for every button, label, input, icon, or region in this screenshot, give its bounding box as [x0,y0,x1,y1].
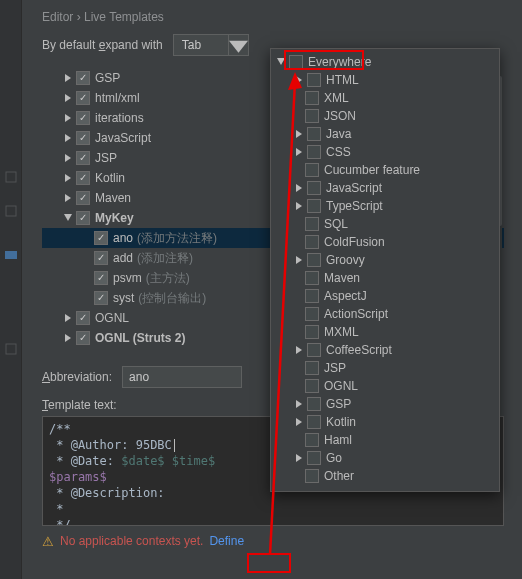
tree-node-label: GSP [95,71,120,85]
context-checkbox[interactable] [307,397,321,411]
context-item[interactable]: HTML [271,71,499,89]
tree-checkbox[interactable] [76,191,90,205]
expand-triangle-icon[interactable] [293,74,305,86]
context-checkbox[interactable] [305,307,319,321]
tree-checkbox[interactable] [76,151,90,165]
expand-triangle-icon[interactable] [293,398,305,410]
context-checkbox[interactable] [305,379,319,393]
context-item[interactable]: MXML [271,323,499,341]
rail-icon-3[interactable] [4,248,18,262]
context-item[interactable]: Cucumber feature [271,161,499,179]
rail-icon-1[interactable] [4,170,18,184]
context-checkbox[interactable] [305,235,319,249]
tree-checkbox[interactable] [76,71,90,85]
expand-triangle-icon[interactable] [62,332,74,344]
context-checkbox[interactable] [305,361,319,375]
chevron-down-icon[interactable] [229,34,249,56]
context-checkbox[interactable] [289,55,303,69]
context-checkbox[interactable] [305,271,319,285]
context-item[interactable]: JavaScript [271,179,499,197]
context-checkbox[interactable] [305,433,319,447]
rail-icon-4[interactable] [4,342,18,356]
expand-triangle-icon[interactable] [62,172,74,184]
expand-triangle-icon[interactable] [62,72,74,84]
context-item[interactable]: OGNL [271,377,499,395]
expand-triangle-icon[interactable] [62,132,74,144]
tree-checkbox[interactable] [94,291,108,305]
expand-with-value[interactable]: Tab [173,34,229,56]
context-checkbox[interactable] [307,199,321,213]
svg-marker-14 [65,334,71,342]
svg-rect-1 [6,206,16,216]
tree-checkbox[interactable] [76,91,90,105]
context-item[interactable]: Kotlin [271,413,499,431]
contexts-popup[interactable]: Everywhere HTMLXMLJSONJavaCSSCucumber fe… [270,48,500,492]
context-checkbox[interactable] [307,127,321,141]
context-checkbox[interactable] [307,73,321,87]
rail-icon-2[interactable] [4,204,18,218]
context-checkbox[interactable] [305,325,319,339]
context-item[interactable]: JSP [271,359,499,377]
context-item[interactable]: ActionScript [271,305,499,323]
tree-checkbox[interactable] [94,251,108,265]
expand-triangle-icon[interactable] [62,192,74,204]
context-item[interactable]: Maven [271,269,499,287]
context-item[interactable]: CoffeeScript [271,341,499,359]
tree-node-label: JavaScript [95,131,151,145]
abbreviation-input[interactable] [122,366,242,388]
context-checkbox[interactable] [307,415,321,429]
expand-triangle-icon[interactable] [293,146,305,158]
context-item[interactable]: XML [271,89,499,107]
tree-checkbox[interactable] [76,211,90,225]
expand-triangle-icon[interactable] [62,312,74,324]
context-item[interactable]: SQL [271,215,499,233]
tree-checkbox[interactable] [76,111,90,125]
context-checkbox[interactable] [307,343,321,357]
expand-triangle-icon[interactable] [293,128,305,140]
tree-checkbox[interactable] [76,311,90,325]
expand-triangle-icon[interactable] [293,182,305,194]
context-item[interactable]: Other [271,467,499,485]
tree-checkbox[interactable] [76,171,90,185]
expand-triangle-icon[interactable] [62,152,74,164]
tree-checkbox[interactable] [76,131,90,145]
context-item[interactable]: Go [271,449,499,467]
context-checkbox[interactable] [305,217,319,231]
context-checkbox[interactable] [305,163,319,177]
context-item[interactable]: Haml [271,431,499,449]
expand-triangle-icon[interactable] [293,452,305,464]
svg-marker-15 [277,58,285,65]
expand-triangle-open-icon[interactable] [62,212,74,224]
context-item[interactable]: Groovy [271,251,499,269]
expand-triangle-icon[interactable] [293,344,305,356]
tree-checkbox[interactable] [94,231,108,245]
tree-checkbox[interactable] [94,271,108,285]
expand-triangle-icon[interactable] [62,112,74,124]
context-everywhere-row[interactable]: Everywhere [271,53,499,71]
expand-triangle-icon[interactable] [293,200,305,212]
context-item[interactable]: ColdFusion [271,233,499,251]
context-node-label: Everywhere [308,55,371,69]
context-item[interactable]: JSON [271,107,499,125]
context-item[interactable]: Java [271,125,499,143]
context-checkbox[interactable] [305,469,319,483]
context-checkbox[interactable] [307,253,321,267]
context-checkbox[interactable] [307,181,321,195]
expand-triangle-icon[interactable] [62,92,74,104]
tree-node-description: (主方法) [146,270,190,287]
expand-triangle-icon[interactable] [293,254,305,266]
expand-triangle-icon[interactable] [293,416,305,428]
context-checkbox[interactable] [307,145,321,159]
context-checkbox[interactable] [305,109,319,123]
context-item[interactable]: TypeScript [271,197,499,215]
context-item[interactable]: AspectJ [271,287,499,305]
context-item[interactable]: GSP [271,395,499,413]
expand-with-combo[interactable]: Tab [173,34,249,56]
context-item[interactable]: CSS [271,143,499,161]
define-link[interactable]: Define [209,534,244,548]
tree-checkbox[interactable] [76,331,90,345]
context-checkbox[interactable] [307,451,321,465]
context-checkbox[interactable] [305,91,319,105]
expand-triangle-icon[interactable] [275,56,287,68]
context-checkbox[interactable] [305,289,319,303]
